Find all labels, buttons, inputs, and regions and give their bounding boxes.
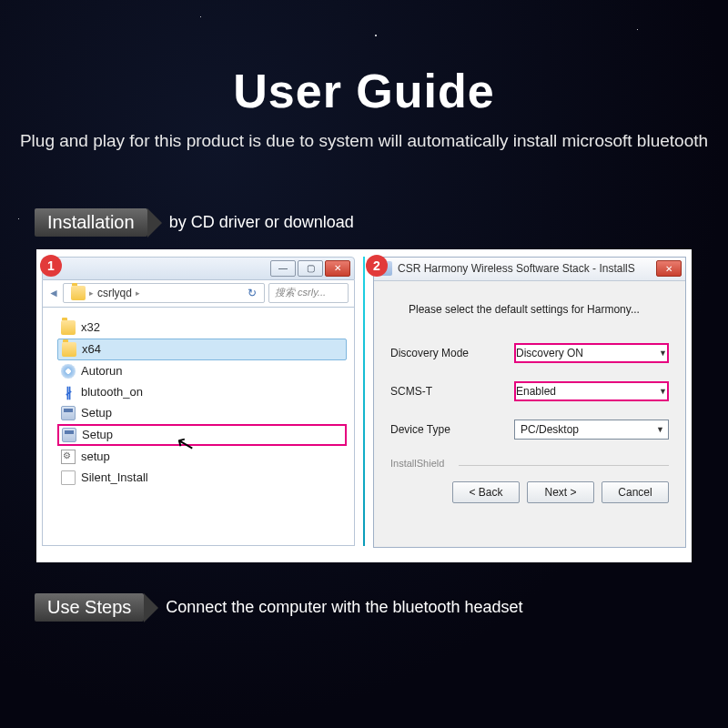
folder-icon (62, 342, 76, 357)
back-button[interactable]: < Back (452, 481, 520, 503)
installer-panel: 2 CSR Harmony Wireless Software Stack - … (368, 257, 686, 546)
discovery-mode-select[interactable]: Discovery ON▼ (514, 343, 669, 363)
installer-intro: Please select the default settings for H… (409, 303, 669, 316)
setting-label: Device Type (390, 423, 507, 436)
breadcrumb[interactable]: ▸ csrlyqd ▸ ↻ (63, 283, 265, 303)
select-value: PC/Desktop (521, 423, 579, 436)
use-steps-text: Connect the computer with the bluetooth … (166, 598, 522, 617)
file-name: x64 (82, 342, 101, 356)
minimize-button[interactable]: — (270, 260, 296, 277)
setting-row: Discovery Mode Discovery ON▼ (390, 343, 669, 363)
file-name: Setup (81, 406, 112, 420)
breadcrumb-sep: ▸ (136, 288, 140, 298)
list-item[interactable]: Autorun (57, 361, 347, 381)
refresh-icon[interactable]: ↻ (248, 287, 257, 299)
maximize-button[interactable]: ▢ (298, 260, 323, 277)
bluetooth-icon: ∦ (61, 385, 76, 399)
select-value: Enabled (516, 385, 556, 398)
chevron-down-icon: ▼ (656, 425, 664, 434)
installer-icon (62, 428, 76, 442)
list-item[interactable]: x64 (57, 339, 347, 360)
setting-label: Discovery Mode (390, 347, 507, 359)
nav-back-icon[interactable]: ◄ (48, 287, 59, 299)
installation-tag: Installation (35, 208, 147, 237)
step-badge-2: 2 (366, 255, 388, 277)
file-name: x32 (81, 320, 100, 334)
chevron-down-icon: ▼ (659, 387, 667, 396)
scms-t-select[interactable]: Enabled▼ (514, 381, 669, 401)
step-badge-1: 1 (40, 255, 62, 277)
setting-row: Device Type PC/Desktop▼ (390, 420, 669, 440)
breadcrumb-sep: ▸ (89, 288, 94, 298)
close-button[interactable]: ✕ (325, 260, 350, 277)
installshield-label: InstallShield (390, 458, 669, 469)
search-input[interactable]: 搜索 csrly... (268, 283, 349, 303)
config-icon (61, 450, 76, 464)
setting-label: SCMS-T (390, 385, 507, 398)
setting-row: SCMS-T Enabled▼ (390, 381, 669, 401)
list-item-highlighted[interactable]: Setup (57, 424, 347, 446)
file-name: blutooth_on (81, 385, 143, 399)
next-button[interactable]: Next > (527, 481, 594, 503)
list-item[interactable]: Silent_Install (57, 468, 347, 488)
window-title: CSR Harmony Wireless Software Stack - In… (398, 262, 635, 275)
file-name: setup (81, 450, 110, 463)
file-name: Setup (82, 428, 113, 441)
screenshot-row: 1 — ▢ ✕ ◄ ▸ csrlyqd ▸ ↻ 搜索 csrly... (36, 249, 692, 562)
address-bar: ◄ ▸ csrlyqd ▸ ↻ 搜索 csrly... (42, 280, 355, 308)
panel-divider (363, 257, 365, 546)
installation-text: by CD driver or download (169, 213, 354, 232)
file-name: Silent_Install (81, 470, 148, 484)
use-steps-tag: Use Steps (35, 593, 144, 622)
explorer-panel: 1 — ▢ ✕ ◄ ▸ csrlyqd ▸ ↻ 搜索 csrly... (42, 257, 360, 546)
list-item[interactable]: setup (57, 447, 347, 467)
page-title: User Guide (0, 64, 728, 118)
installer-titlebar: CSR Harmony Wireless Software Stack - In… (374, 258, 685, 281)
cancel-button[interactable]: Cancel (602, 481, 669, 503)
breadcrumb-folder: csrlyqd (97, 287, 132, 299)
select-value: Discovery ON (516, 347, 583, 359)
file-name: Autorun (81, 364, 123, 378)
folder-icon (71, 286, 86, 300)
folder-icon (61, 320, 76, 335)
list-item[interactable]: Setup (57, 403, 347, 423)
file-list: x32 x64 Autorun ∦blutooth_on Setup Setup… (42, 308, 355, 546)
list-item[interactable]: ∦blutooth_on (57, 382, 347, 402)
window-titlebar: — ▢ ✕ (42, 257, 355, 280)
document-icon (61, 470, 76, 485)
installer-icon (61, 406, 76, 420)
chevron-down-icon: ▼ (659, 349, 667, 358)
disc-icon (61, 364, 76, 379)
device-type-select[interactable]: PC/Desktop▼ (514, 420, 669, 440)
close-button[interactable]: ✕ (656, 260, 682, 277)
page-subtitle: Plug and play for this product is due to… (0, 129, 728, 154)
list-item[interactable]: x32 (57, 318, 347, 338)
